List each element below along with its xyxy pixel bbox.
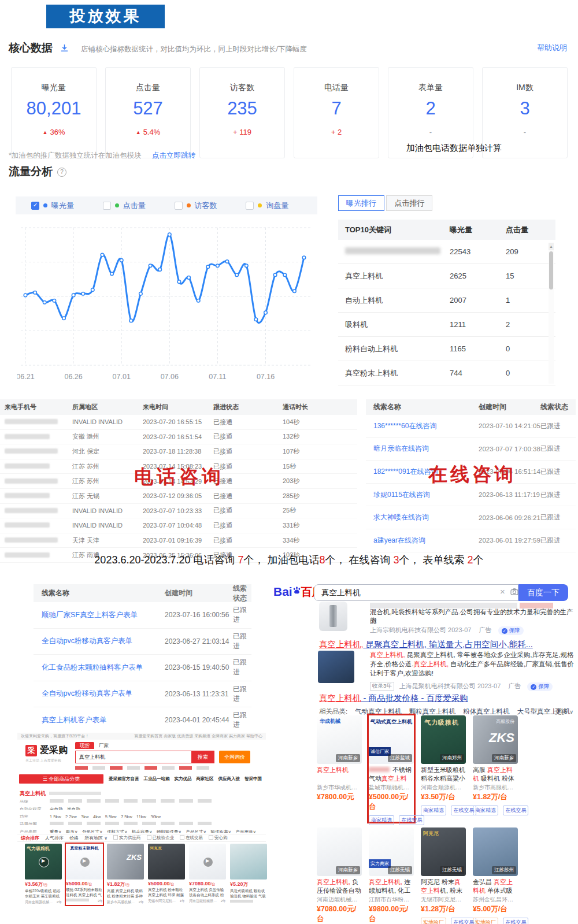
all-categories-button[interactable]: 全部商品分类 [19, 774, 103, 784]
aicaigou-screenshot: 欢迎来到爱采购，百度旗下B2B平台！ 百度爱采购首页 卖家版 优质货源 采购频道… [17, 732, 266, 905]
aicaigou-topbar: 欢迎来到爱采购，百度旗下B2B平台！ 百度爱采购首页 卖家版 优质货源 采购频道… [17, 733, 266, 740]
product-title[interactable]: 金弘昌 真空上料机 单体式吸料机 颗... [473, 878, 518, 895]
filter-values[interactable]: 重量∨ 电压∨ 外形尺寸∨ 送料方式∨ 料斗容量∨ 物料输送量∨ 产品尺寸∨ 输… [50, 829, 256, 833]
baidu-search-button[interactable]: 百度一下 [518, 584, 568, 601]
product-card[interactable]: 阿克尼 江苏无锡 阿克尼 粉末真空上料机, 粉末原料无... 无锡市阿克尼机械.… [421, 827, 466, 924]
legend-checkbox[interactable] [246, 202, 254, 210]
result1-desc: 混合机,吨袋投料站等系列产品.公司拥有专业的技术力量和完善的生产能 [370, 608, 578, 625]
question-icon[interactable] [57, 168, 66, 177]
product-card[interactable]: ZKS ¥1.82万/台 高服 真空上料机 吸料机 粉体粉末封装 多种物... … [107, 844, 144, 905]
shop-years: 3年 [98, 899, 103, 904]
download-icon[interactable] [60, 44, 69, 55]
create-time: 2023-06-01 19:27:59 [479, 537, 540, 544]
product-card[interactable]: 江苏苏州 金弘昌 真空上料机 单体式吸料机 颗... 苏州金弘昌环保科... ¥… [473, 827, 518, 924]
product-title[interactable]: 单相220v吸粮机 稻谷水稻玉米 装车吸粮机 全自... [25, 889, 62, 899]
jump-link[interactable]: 点击立即跳转 [152, 151, 195, 159]
lead-name-link[interactable]: 真空上料机客户表单 [34, 715, 165, 725]
nav-item[interactable]: 智采中国 [244, 774, 262, 784]
lead-name-link[interactable]: 全自动pvc粉移动真客户表单 [34, 689, 165, 699]
filter-values[interactable] [50, 822, 212, 825]
filter-checkbox[interactable]: 实力供应商 [113, 835, 141, 841]
filter-values[interactable] [50, 799, 212, 803]
filter-checkbox[interactable]: 已核验企业 [147, 835, 175, 841]
legend-checkbox[interactable] [31, 202, 39, 210]
result2-thumbnail[interactable] [318, 651, 354, 683]
product-title[interactable]: 高服 真空上料机 吸料机 粉体粉末封... [473, 766, 518, 782]
product-title[interactable]: 风送式吸粮机 颗粒状输送机 物料输送 气吸式... [230, 889, 267, 899]
result1-thumbnail[interactable] [319, 602, 347, 631]
filter-checkbox[interactable]: 安心购 [209, 835, 228, 841]
result3-title-link[interactable]: 真空上料机 - 商品批发价格 - 百度爱采购 [319, 693, 468, 704]
product-card[interactable]: 真空粉末吸料机 ¥5000.00/台 顺驰 GZ系列粉末颗粒送料机 真空上料机 … [66, 844, 103, 905]
related-link[interactable]: 粉体真空上料机 [463, 708, 510, 715]
region-filter[interactable]: 所有地区 ∨ [84, 835, 108, 841]
sort-composite[interactable]: 综合排序 [21, 835, 39, 841]
product-card[interactable]: 实力商家 江苏无锡 真空上料机, 连续加料机, 化工粉体输... 江阴市百华粉体… [369, 827, 414, 924]
product-card[interactable]: 河南新乡 真空上料机, 负压传输设备自动上料系... 河南迈能机械设备... ¥… [317, 827, 362, 924]
product-title[interactable]: 真空上料机, 连续加料机, 化工粉体输... [369, 878, 414, 895]
result2-title-link[interactable]: 真空上料机, 昆聚真空上料机, 输送量大,占用空间小,能耗... [319, 639, 533, 650]
aicaigou-search-input[interactable]: 真空上料机 [75, 751, 192, 763]
lead-name-link[interactable]: 求大神喽在线咨询 [366, 513, 479, 522]
lead-name-link[interactable]: 顺驰厂家SF真空上料客户表单 [34, 610, 165, 620]
filter-row[interactable]: 品牌 [20, 795, 264, 803]
nav-item[interactable]: 商家社区 [197, 774, 214, 784]
nav-item[interactable]: 爱采购官方自营 [109, 774, 139, 784]
product-card[interactable]: 气力吸粮机 ¥3.56万/台 单相220v吸粮机 稻谷水稻玉米 装车吸粮机 全自… [25, 844, 62, 905]
nav-item[interactable]: 供应商入驻 [218, 774, 240, 784]
lead-name-link[interactable]: 珍妮0115在线咨询 [366, 490, 479, 500]
product-card[interactable]: ¥5.20万 风送式吸粮机 颗粒状输送机 物料输送 气吸式... [230, 844, 267, 905]
related-link[interactable]: 气动真空上料机 [355, 708, 402, 715]
quote-button[interactable]: 全网询价 [219, 751, 250, 763]
product-card[interactable]: ¥7080.00/台 真空上料机 负压传输设备自动上料系统 粉末颗... 河南迈… [189, 844, 226, 905]
lead-name-link[interactable]: a建year在线咨询 [366, 536, 479, 546]
filter-checkbox[interactable]: 在线交易 [180, 835, 203, 841]
related-link[interactable]: 颗粒真空上料机 [409, 708, 456, 715]
aicaigou-search-button[interactable]: 搜索 [191, 751, 214, 763]
product-image: 气力吸粮机 [25, 844, 62, 880]
product-title[interactable]: 真空上料机 粉末颗粒真空上料机 环保 耐腐蚀... [148, 888, 185, 897]
lead-name-link[interactable]: 化工食品粉末颗粒抽料客户表单 [34, 663, 165, 673]
filter-row[interactable]: 自动化程度全自动 半自动 [20, 803, 264, 810]
nav-item[interactable]: 实力优品 [175, 774, 192, 784]
clear-icon[interactable] [500, 587, 505, 596]
search-input[interactable]: 真空上料机 [314, 584, 518, 601]
filter-row[interactable]: 产品参数重量∨ 电压∨ 外形尺寸∨ 送料方式∨ 料斗容量∨ 物料输送量∨ 产品尺… [20, 825, 264, 833]
lead-name-link[interactable]: 暗月亲临在线咨询 [366, 444, 479, 454]
tab-factory[interactable]: 厂家 [94, 742, 113, 749]
product-card[interactable]: 阿克尼 ¥5000.00/台 真空上料机 粉末颗粒真空上料机 环保 耐腐蚀...… [148, 844, 185, 905]
help-link[interactable]: 帮助说明 [537, 43, 567, 53]
product-title[interactable]: 顺驰 GZ系列粉末颗粒送料机 真空上料机 气动... [66, 888, 103, 897]
lead-name-link[interactable]: 全自动pvc粉移动真客户表单 [34, 636, 165, 646]
legend-item[interactable]: 点击量 [103, 201, 175, 211]
ranking-tab[interactable]: 点击排行 [386, 195, 432, 211]
scrollbar-thumb[interactable] [549, 251, 553, 290]
sort-popularity[interactable]: 人气排序 [45, 835, 64, 841]
filter-row[interactable]: 适用范围 [20, 818, 264, 825]
ranking-tab[interactable]: 曝光排行 [338, 195, 384, 211]
product-title[interactable]: 真空上料机, 负压传输设备自动上料系... [317, 878, 362, 895]
legend-item[interactable]: 询盘量 [246, 201, 317, 211]
lead-name-link[interactable]: 136******60在线咨询 [366, 421, 479, 431]
product-title[interactable]: 不锈钢气动真空上料机, 体... [369, 766, 414, 782]
product-title[interactable]: 新型玉米吸粮机 稻谷水稻高粱小麦装... [421, 766, 466, 782]
camera-icon[interactable] [510, 587, 518, 598]
legend-item[interactable]: 曝光量 [31, 201, 103, 211]
more-link[interactable]: 更多 [555, 707, 573, 716]
scroll-up-icon[interactable] [549, 243, 554, 250]
product-title[interactable]: 高服 真空上料机 吸料机 粉体粉末封装 多种物... [107, 889, 144, 899]
product-card[interactable]: 气力吸粮机 河南郑州 新型玉米吸粮机 稻谷水稻高粱小麦装... 河南金顺源机械设… [421, 715, 466, 822]
sort-price[interactable]: 价格 [69, 835, 79, 841]
legend-checkbox[interactable] [175, 202, 183, 210]
product-card[interactable]: ZKS 高服股份 河南新乡 高服 真空上料机 吸料机 粉体粉末封... 新乡市高… [473, 715, 518, 822]
filter-row[interactable]: 功率1.5kw 2.2kw 3kw 4kw 5.5kw 7.5kw 11kw 3… [20, 810, 264, 818]
legend-item[interactable]: 访客数 [175, 201, 246, 211]
tab-spot-goods[interactable]: 现货 [75, 742, 94, 749]
product-card[interactable]: 气动式真空上料机 诚信厂家 江苏盐城 不锈钢气动真空上料机, 体... 盐城市顺… [369, 715, 414, 822]
nav-item[interactable]: 工业品一站购 [144, 774, 170, 784]
product-title[interactable]: 真空上料机 [317, 766, 362, 782]
product-title[interactable]: 阿克尼 粉末真空上料机, 粉末原料无... [421, 878, 466, 895]
legend-checkbox[interactable] [103, 202, 111, 210]
product-title[interactable]: 真空上料机 负压传输设备自动上料系统 粉末颗... [189, 888, 226, 897]
product-card[interactable]: 华成机械 河南新乡 真空上料机 新乡市华成机械设... ¥7800.00元 [317, 715, 362, 822]
